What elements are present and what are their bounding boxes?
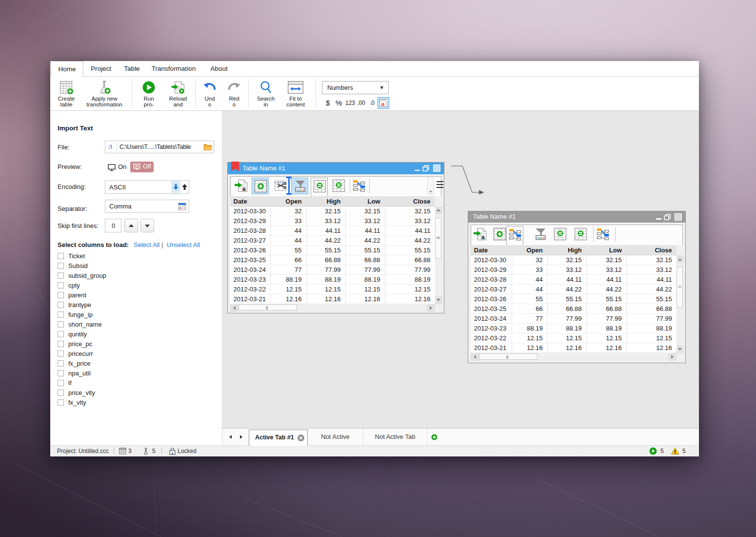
svg-text:a: a bbox=[242, 185, 246, 192]
svg-text:<: < bbox=[540, 236, 542, 240]
svg-text:a: a bbox=[481, 233, 485, 241]
svg-text:=: = bbox=[297, 187, 299, 192]
svg-text:>: > bbox=[542, 236, 545, 240]
svg-text:>: > bbox=[302, 187, 304, 192]
svg-text:=: = bbox=[537, 236, 539, 240]
svg-text:<: < bbox=[299, 187, 302, 192]
